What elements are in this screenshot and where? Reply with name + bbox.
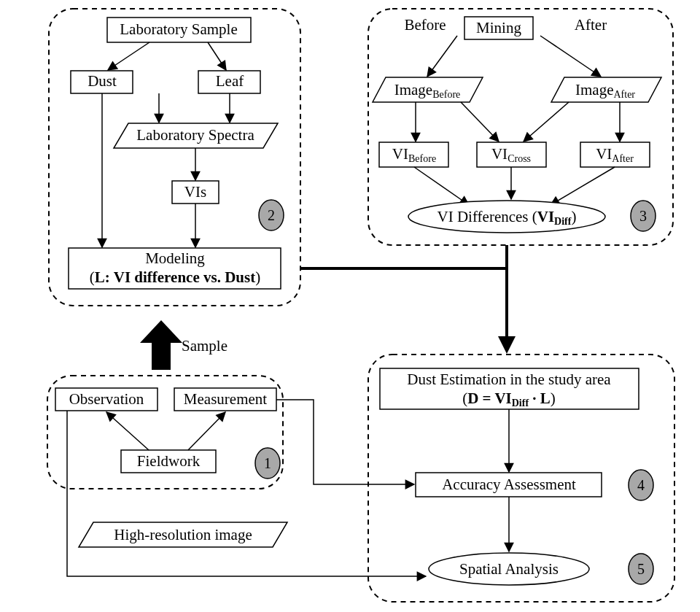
accuracy-text: Accuracy Assessment <box>442 476 576 493</box>
svg-line-10 <box>461 102 499 142</box>
measurement-to-accuracy-connector <box>276 400 414 484</box>
observation-text: Observation <box>69 390 144 408</box>
laboratory-spectra-text: Laboratory Spectra <box>136 126 254 144</box>
svg-line-13 <box>414 167 469 205</box>
svg-line-15 <box>551 167 615 205</box>
modeling-line1: Modeling <box>145 249 205 267</box>
dust-estimation-line2: (D = VIDiff · L) <box>462 390 556 408</box>
before-label: Before <box>404 16 446 34</box>
after-label: After <box>575 16 607 34</box>
vis-text: VIs <box>184 183 206 201</box>
badge-3-label: 3 <box>639 208 647 224</box>
svg-line-8 <box>540 36 601 77</box>
mining-text: Mining <box>476 19 521 36</box>
dust-text: Dust <box>88 72 117 90</box>
svg-line-1 <box>208 42 226 70</box>
modeling-line2: (L: VI difference vs. Dust) <box>90 268 260 286</box>
svg-line-0 <box>108 42 149 70</box>
flowchart-diagram: 2 Laboratory Sample Dust Leaf Laboratory… <box>0 0 700 612</box>
svg-line-7 <box>427 36 457 77</box>
laboratory-sample-text: Laboratory Sample <box>120 20 238 38</box>
highres-image-text: High-resolution image <box>114 526 252 543</box>
dust-estimation-line1: Dust Estimation in the study area <box>407 371 611 388</box>
badge-1-label: 1 <box>264 455 271 471</box>
leaf-text: Leaf <box>216 72 244 90</box>
measurement-text: Measurement <box>184 390 267 408</box>
badge-5-label: 5 <box>637 561 645 577</box>
svg-line-17 <box>188 412 225 450</box>
observation-to-spatial-connector <box>67 411 426 576</box>
spatial-analysis-text: Spatial Analysis <box>459 560 559 578</box>
svg-line-16 <box>106 412 149 450</box>
svg-line-11 <box>524 102 569 142</box>
badge-4-label: 4 <box>637 477 645 493</box>
fieldwork-text: Fieldwork <box>137 452 201 470</box>
svg-marker-18 <box>140 320 182 370</box>
sample-label: Sample <box>182 337 228 355</box>
badge-2-label: 2 <box>268 207 275 223</box>
sample-arrow-icon <box>140 320 182 370</box>
